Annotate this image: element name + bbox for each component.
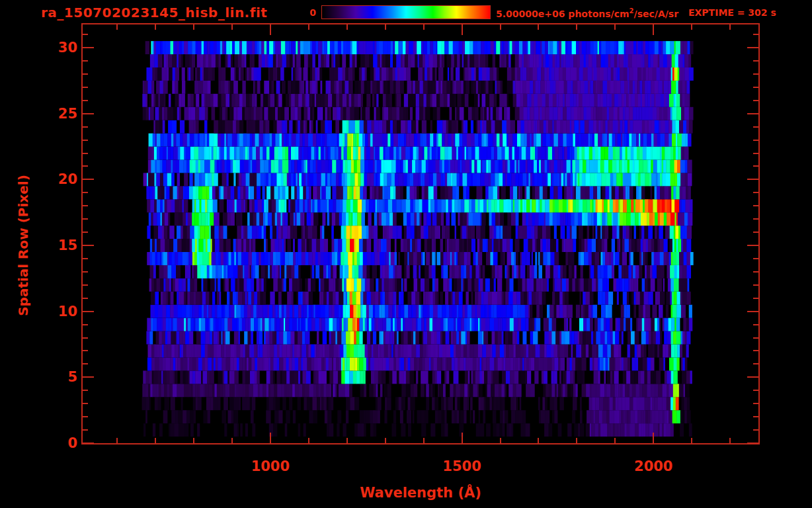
tick-mark [753,271,758,273]
tick-mark [83,245,94,246]
tick-mark [753,140,758,141]
tick-mark [729,24,731,30]
tick-mark [753,390,758,391]
tick-mark [753,258,758,259]
tick-mark [116,438,118,443]
tick-mark [653,433,654,443]
tick-mark [193,438,194,443]
tick-mark [83,324,88,325]
tick-mark [83,350,88,351]
tick-mark [753,205,758,206]
tick-mark [423,24,425,30]
tick-mark [155,24,156,30]
y-tick-label: 20 [38,171,77,188]
tick-mark [753,232,758,233]
tick-mark [753,153,758,154]
tick-mark [753,284,758,286]
tick-mark [83,298,88,299]
x-tick-label: 1000 [224,458,317,475]
colorbar-max-value: 5.00000e+06 [496,9,565,19]
colorbar-units-superscript: 2 [629,7,634,15]
tick-mark [83,140,88,141]
tick-mark [83,429,88,431]
tick-mark [346,438,348,443]
tick-mark [747,113,758,114]
tick-mark [747,311,758,312]
tick-mark [83,34,88,35]
tick-mark [346,24,348,30]
tick-mark [500,24,501,30]
colorbar [321,5,491,19]
tick-mark [83,311,94,312]
y-tick-label: 25 [38,105,77,122]
tick-mark [753,337,758,339]
colorbar-max-label: 5.00000e+06 photons/cm2/sec/A/sr [496,7,678,19]
tick-mark [231,438,233,443]
tick-mark [753,350,758,351]
tick-mark [753,60,758,62]
tick-mark [83,416,88,417]
tick-mark [83,179,94,180]
tick-mark [753,403,758,404]
tick-mark [83,126,88,128]
x-axis-label: Wavelength (Å) [341,485,500,501]
tick-mark [500,438,501,443]
tick-mark [538,24,539,30]
tick-mark [83,232,88,233]
tick-mark [83,60,88,62]
y-tick-label: 0 [38,435,77,452]
tick-mark [155,438,156,443]
tick-mark [753,192,758,193]
tick-mark [83,205,88,206]
tick-mark [753,363,758,364]
colorbar-min-label: 0 [299,7,316,18]
tick-mark [753,218,758,220]
tick-mark [753,298,758,299]
tick-mark [653,24,654,35]
tick-mark [83,271,88,273]
spectrogram-window: ra_150702023145_hisb_lin.fit 0 5.00000e+… [0,0,812,508]
tick-mark [270,24,271,35]
tick-mark [753,165,758,167]
filename-title: ra_150702023145_hisb_lin.fit [41,5,267,21]
tick-mark [83,376,94,378]
tick-mark [83,363,88,364]
tick-mark [83,390,88,391]
tick-mark [576,24,577,30]
tick-mark [83,113,94,114]
tick-mark [753,429,758,431]
tick-mark [83,284,88,286]
tick-mark [83,87,88,88]
tick-mark [576,438,577,443]
y-tick-label: 5 [38,368,77,386]
tick-mark [614,438,616,443]
tick-mark [83,100,88,101]
tick-mark [753,87,758,88]
tick-mark [83,153,88,154]
tick-mark [691,24,692,30]
tick-mark [308,438,309,443]
x-tick-label: 2000 [607,458,700,475]
tick-mark [116,24,118,30]
tick-mark [83,258,88,259]
tick-mark [747,443,758,444]
tick-mark [423,438,425,443]
tick-mark [231,24,233,30]
tick-mark [747,376,758,378]
y-axis-label: Spatial Row (Pixel) [15,175,31,316]
tick-mark [747,245,758,246]
tick-mark [83,47,94,48]
tick-mark [83,337,88,339]
tick-mark [83,165,88,167]
axis-ticks [83,24,758,443]
y-tick-label: 10 [38,303,77,320]
tick-mark [308,24,309,30]
tick-mark [385,438,386,443]
tick-mark [753,34,758,35]
tick-mark [270,433,271,443]
tick-mark [538,438,539,443]
y-tick-label: 30 [38,39,77,56]
tick-mark [83,192,88,193]
tick-mark [462,433,463,443]
tick-mark [83,443,94,444]
